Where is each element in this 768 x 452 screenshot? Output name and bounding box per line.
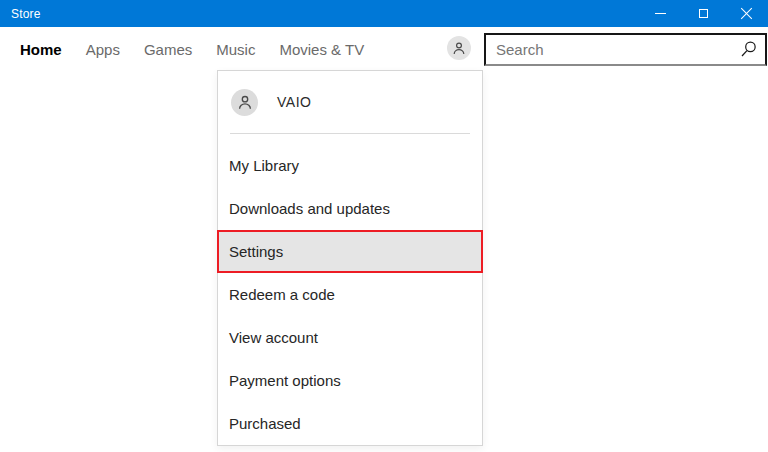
menu-item-my-library[interactable]: My Library	[218, 144, 482, 187]
minimize-button[interactable]	[639, 0, 682, 27]
close-icon	[740, 7, 753, 20]
nav-item-music[interactable]: Music	[216, 41, 255, 58]
nav-item-apps[interactable]: Apps	[86, 41, 120, 58]
menu-item-redeem-a-code[interactable]: Redeem a code	[218, 273, 482, 316]
account-menu-list: My Library Downloads and updates Setting…	[218, 144, 482, 445]
menu-item-payment-options[interactable]: Payment options	[218, 359, 482, 402]
navbar: Home Apps Games Music Movies & TV	[0, 27, 768, 71]
menu-item-settings[interactable]: Settings	[217, 230, 483, 273]
nav-item-movies-tv[interactable]: Movies & TV	[279, 41, 364, 58]
window-controls	[639, 0, 768, 27]
search-submit-button[interactable]	[731, 35, 765, 64]
avatar	[231, 89, 258, 116]
menu-divider	[230, 133, 470, 134]
maximize-button[interactable]	[682, 0, 725, 27]
store-app-window: Store Home Apps Games Music Movies & TV	[0, 0, 768, 452]
menu-item-purchased[interactable]: Purchased	[218, 402, 482, 445]
account-username: VAIO	[277, 94, 311, 110]
person-icon	[451, 40, 467, 56]
maximize-icon	[699, 9, 708, 18]
menu-item-view-account[interactable]: View account	[218, 316, 482, 359]
nav-item-games[interactable]: Games	[144, 41, 192, 58]
minimize-icon	[655, 13, 666, 14]
close-button[interactable]	[725, 0, 768, 27]
window-title: Store	[0, 7, 41, 21]
nav-item-home[interactable]: Home	[20, 41, 62, 58]
person-icon	[236, 93, 254, 111]
account-header[interactable]: VAIO	[218, 71, 482, 133]
search-box	[484, 33, 767, 66]
account-dropdown-menu: VAIO My Library Downloads and updates Se…	[217, 70, 483, 446]
magnifier-icon	[738, 39, 759, 60]
search-input[interactable]	[486, 35, 731, 64]
account-button[interactable]	[447, 36, 471, 60]
titlebar: Store	[0, 0, 768, 27]
menu-item-downloads-and-updates[interactable]: Downloads and updates	[218, 187, 482, 230]
